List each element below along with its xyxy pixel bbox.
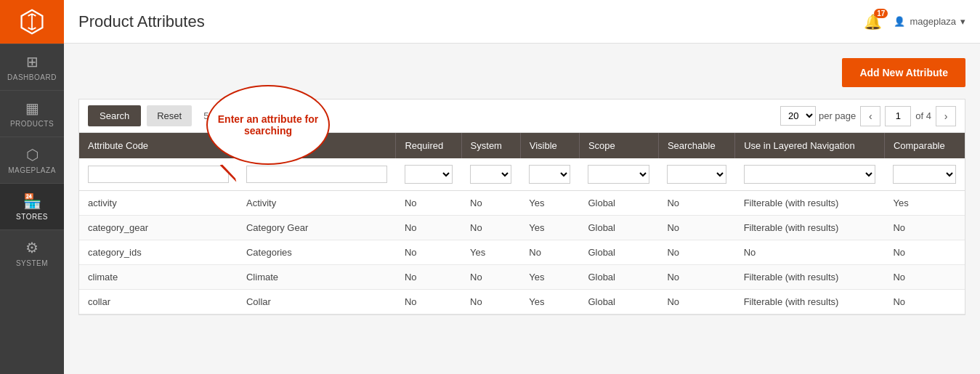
filter-layered-nav[interactable]: Filterable (with results)No xyxy=(735,158,885,191)
page-number-input[interactable] xyxy=(885,106,911,126)
sidebar-item-products[interactable]: ▦ Products xyxy=(0,90,64,137)
filter-visible-select[interactable]: YesNo xyxy=(529,165,570,184)
magento-logo[interactable] xyxy=(0,0,64,44)
cell-layered_nav[interactable]: Filterable (with results) xyxy=(735,216,885,240)
filter-required-select[interactable]: YesNo xyxy=(405,165,453,184)
filter-scope-select[interactable]: GlobalStoreWebsite xyxy=(588,165,649,184)
filter-visible[interactable]: YesNo xyxy=(520,158,579,191)
filter-comparable[interactable]: YesNo xyxy=(884,158,965,191)
filter-attribute-code-input[interactable] xyxy=(88,166,229,183)
cell-system[interactable]: No xyxy=(461,290,520,314)
mageplaza-icon: ⬡ xyxy=(26,146,39,163)
cell-system[interactable]: No xyxy=(461,191,520,216)
cell-default_label[interactable]: Category Gear xyxy=(238,216,396,240)
sidebar-item-system[interactable]: ⚙ System xyxy=(0,229,64,276)
cell-layered_nav[interactable]: Filterable (with results) xyxy=(735,191,885,216)
cell-default_label[interactable]: Climate xyxy=(238,265,396,290)
top-header: Product Attributes 🔔 17 👤 mageplaza ▾ xyxy=(64,0,980,44)
filter-searchable-select[interactable]: YesNo xyxy=(667,165,726,184)
cell-layered_nav[interactable]: Filterable (with results) xyxy=(735,290,885,314)
cell-attribute_code[interactable]: collar xyxy=(79,290,238,314)
cell-searchable[interactable]: No xyxy=(658,216,734,240)
user-menu[interactable]: 👤 mageplaza ▾ xyxy=(894,16,965,27)
cell-required[interactable]: No xyxy=(396,191,461,216)
filter-comparable-select[interactable]: YesNo xyxy=(893,165,956,184)
cell-comparable[interactable]: No xyxy=(884,290,965,314)
filter-layered-nav-select[interactable]: Filterable (with results)No xyxy=(744,165,876,184)
filter-searchable[interactable]: YesNo xyxy=(658,158,734,191)
cell-scope[interactable]: Global xyxy=(579,265,658,290)
dashboard-icon: ⊞ xyxy=(26,53,39,70)
cell-comparable[interactable]: No xyxy=(884,216,965,240)
user-dropdown-icon: ▾ xyxy=(960,16,965,27)
cell-default_label[interactable]: Activity xyxy=(238,191,396,216)
cell-comparable[interactable]: Yes xyxy=(884,191,965,216)
cell-required[interactable]: No xyxy=(396,290,461,314)
col-comparable: Comparable xyxy=(884,133,965,158)
cell-system[interactable]: Yes xyxy=(461,240,520,265)
cell-visible[interactable]: Yes xyxy=(520,191,579,216)
sidebar-item-dashboard[interactable]: ⊞ Dashboard xyxy=(0,44,64,90)
cell-searchable[interactable]: No xyxy=(658,191,734,216)
page-title: Product Attributes xyxy=(78,12,205,31)
page-prev-button[interactable]: ‹ xyxy=(860,106,880,126)
filter-default-label-input[interactable] xyxy=(246,166,387,183)
filter-system[interactable]: YesNo xyxy=(461,158,520,191)
cell-scope[interactable]: Global xyxy=(579,240,658,265)
cell-required[interactable]: No xyxy=(396,265,461,290)
sidebar-item-stores[interactable]: 🏪 Stores xyxy=(0,183,64,229)
per-page-select: 20 30 50 per page xyxy=(780,106,856,126)
table-row[interactable]: activityActivityNoNoYesGlobalNoFilterabl… xyxy=(79,191,965,216)
cell-scope[interactable]: Global xyxy=(579,216,658,240)
sidebar-item-mageplaza[interactable]: ⬡ Mageplaza xyxy=(0,137,64,183)
products-icon: ▦ xyxy=(25,99,39,117)
cell-attribute_code[interactable]: category_gear xyxy=(79,216,238,240)
cell-visible[interactable]: No xyxy=(520,240,579,265)
user-name: mageplaza xyxy=(910,16,956,27)
cell-searchable[interactable]: No xyxy=(658,240,734,265)
cell-scope[interactable]: Global xyxy=(579,191,658,216)
cell-searchable[interactable]: No xyxy=(658,265,734,290)
notification-bell[interactable]: 🔔 17 xyxy=(864,13,882,31)
cell-system[interactable]: No xyxy=(461,265,520,290)
table-section: Search Reset 5 records found Enter an at… xyxy=(78,99,965,315)
add-new-attribute-button[interactable]: Add New Attribute xyxy=(842,58,965,87)
cell-attribute_code[interactable]: climate xyxy=(79,265,238,290)
cell-visible[interactable]: Yes xyxy=(520,216,579,240)
table-toolbar: Search Reset 5 records found Enter an at… xyxy=(79,99,965,133)
table-row[interactable]: category_idsCategoriesNoYesNoGlobalNoNoN… xyxy=(79,240,965,265)
page-next-button[interactable]: › xyxy=(936,106,956,126)
cell-comparable[interactable]: No xyxy=(884,240,965,265)
cell-attribute_code[interactable]: category_ids xyxy=(79,240,238,265)
cell-scope[interactable]: Global xyxy=(579,290,658,314)
cell-system[interactable]: No xyxy=(461,216,520,240)
filter-system-select[interactable]: YesNo xyxy=(470,165,511,184)
cell-default_label[interactable]: Categories xyxy=(238,240,396,265)
cell-visible[interactable]: Yes xyxy=(520,265,579,290)
sidebar: ⊞ Dashboard ▦ Products ⬡ Mageplaza 🏪 Sto… xyxy=(0,0,64,374)
cell-comparable[interactable]: No xyxy=(884,265,965,290)
cell-layered_nav[interactable]: No xyxy=(735,240,885,265)
cell-required[interactable]: No xyxy=(396,240,461,265)
per-page-dropdown[interactable]: 20 30 50 xyxy=(780,106,816,126)
cell-visible[interactable]: Yes xyxy=(520,290,579,314)
cell-searchable[interactable]: No xyxy=(658,290,734,314)
table-row[interactable]: climateClimateNoNoYesGlobalNoFilterable … xyxy=(79,265,965,290)
notification-badge: 17 xyxy=(874,9,888,18)
filter-scope[interactable]: GlobalStoreWebsite xyxy=(579,158,658,191)
per-page-label: per page xyxy=(819,110,856,121)
reset-button[interactable]: Reset xyxy=(147,105,192,126)
sidebar-item-dashboard-label: Dashboard xyxy=(7,73,57,81)
cell-required[interactable]: No xyxy=(396,216,461,240)
cell-default_label[interactable]: Collar xyxy=(238,290,396,314)
table-row[interactable]: category_gearCategory GearNoNoYesGlobalN… xyxy=(79,216,965,240)
user-avatar-icon: 👤 xyxy=(894,16,905,27)
filter-required[interactable]: YesNo xyxy=(396,158,461,191)
sidebar-item-products-label: Products xyxy=(10,120,54,128)
col-system: System xyxy=(461,133,520,158)
tooltip-text: Enter an attribute for searching xyxy=(215,113,321,137)
cell-layered_nav[interactable]: Filterable (with results) xyxy=(735,265,885,290)
table-row[interactable]: collarCollarNoNoYesGlobalNoFilterable (w… xyxy=(79,290,965,314)
search-button[interactable]: Search xyxy=(88,105,141,126)
cell-attribute_code[interactable]: activity xyxy=(79,191,238,216)
